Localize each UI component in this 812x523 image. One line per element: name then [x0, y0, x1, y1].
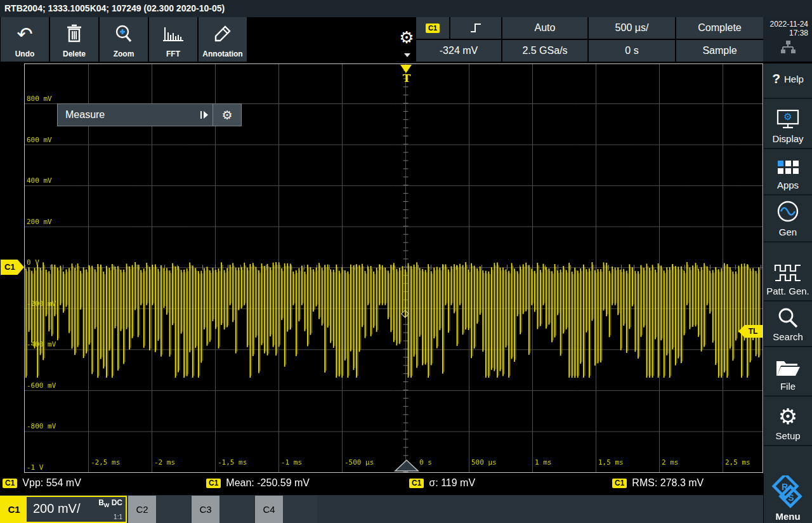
- sidebar-item-gen[interactable]: Gen: [764, 197, 812, 242]
- measurement-results-bar: C1 Vpp: 554 mV C1 Mean: -250.59 mV C1 σ:…: [0, 473, 763, 495]
- acquisition-mode-cell[interactable]: Sample: [676, 40, 763, 62]
- voltage-axis-label: -400 mV: [27, 340, 56, 348]
- apps-icon: [778, 161, 799, 174]
- svg-text:R: R: [782, 482, 788, 492]
- sidebar-item-search[interactable]: Search: [764, 303, 812, 347]
- measurement-vpp: C1 Vpp: 554 mV: [3, 477, 81, 489]
- voltage-axis-label: 200 mV: [27, 218, 52, 226]
- rohde-schwarz-logo: R S: [769, 475, 806, 511]
- sidebar-item-display[interactable]: ⚙ Display: [764, 100, 812, 149]
- channel4-tab[interactable]: C4: [255, 496, 317, 523]
- network-icon: [779, 39, 797, 55]
- measure-settings-gear-icon[interactable]: ⚙: [213, 104, 241, 126]
- pattern-generator-icon: [773, 263, 802, 282]
- setup-gear-icon: ⚙: [778, 405, 797, 428]
- measure-popup[interactable]: Measure ⚙: [57, 103, 242, 126]
- channel-bar: C1 200 mV/ BW DC 1:1 C2 C3 C4: [0, 495, 763, 523]
- channel2-label[interactable]: C2: [128, 496, 156, 523]
- channel4-label[interactable]: C4: [255, 496, 283, 523]
- sidebar-menu: ? Help ⚙ Display Apps Ge: [764, 63, 812, 523]
- sidebar-item-setup[interactable]: ⚙ Setup: [764, 398, 812, 446]
- time-axis-label: 500 µs: [471, 458, 497, 467]
- acquisition-state-cell[interactable]: Complete: [676, 17, 763, 39]
- zoom-magnifier-icon: [100, 21, 148, 46]
- pencil-icon: [199, 21, 247, 46]
- folder-icon: [775, 357, 801, 378]
- annotation-button[interactable]: Annotation: [199, 17, 247, 62]
- sidebar-item-file[interactable]: File: [764, 348, 812, 397]
- trigger-settings-gear-icon[interactable]: ⚙: [397, 28, 416, 48]
- channel1-probe-ratio: 1:1: [114, 513, 122, 520]
- channel1-offset-flag[interactable]: C1: [1, 260, 24, 275]
- channel3-info[interactable]: [219, 496, 254, 523]
- fft-button[interactable]: FFT: [149, 17, 197, 62]
- channel1-info[interactable]: 200 mV/ BW DC 1:1: [27, 497, 126, 522]
- zoom-button[interactable]: Zoom: [100, 17, 148, 62]
- voltage-axis-label: 800 mV: [27, 95, 52, 103]
- fft-spectrum-icon: [149, 21, 197, 46]
- expand-icon[interactable]: [196, 104, 213, 126]
- time-axis-label: 2 ms: [662, 458, 679, 467]
- oscilloscope-screen: RTB2004; 1333.1005K04; 107249 (02.300 20…: [0, 0, 812, 523]
- time-axis-label: 1,5 ms: [598, 458, 624, 467]
- voltage-axis-label: 400 mV: [27, 176, 52, 185]
- measure-popup-label: Measure: [58, 104, 196, 126]
- sample-rate-cell[interactable]: 2.5 GSa/s: [502, 40, 587, 62]
- delete-button[interactable]: Delete: [50, 17, 98, 62]
- channel1-tab[interactable]: C1 200 mV/ BW DC 1:1: [0, 496, 127, 523]
- time-axis-label: 2,5 ms: [725, 458, 750, 467]
- channel-badge: C1: [426, 23, 440, 33]
- date-label: 2022-11-24: [763, 20, 808, 29]
- time-axis-label: -2,5 ms: [91, 458, 120, 467]
- sidebar-item-pattern-generator[interactable]: Patt. Gen.: [764, 244, 812, 301]
- time-axis-label: 0 s: [419, 458, 432, 467]
- voltage-axis-label: -600 mV: [27, 381, 56, 390]
- trigger-slope-cell[interactable]: [450, 17, 501, 39]
- time-axis-label: 1 ms: [535, 458, 552, 467]
- time-axis-label: -500 µs: [344, 458, 374, 467]
- measurement-sigma: C1 σ: 119 mV: [409, 477, 475, 489]
- channel1-scale: 200 mV/: [33, 501, 80, 516]
- undo-button[interactable]: ↶ Undo: [1, 17, 49, 62]
- voltage-axis-label: -800 mV: [27, 422, 56, 430]
- help-icon: ?: [772, 71, 780, 86]
- time-axis-label: -1 ms: [281, 458, 302, 467]
- chevron-down-icon: [404, 53, 410, 57]
- sidebar-item-menu[interactable]: R S Menu: [764, 473, 812, 523]
- measurement-mean: C1 Mean: -250.59 mV: [206, 477, 310, 489]
- time-axis-label: -1,5 ms: [218, 458, 247, 467]
- channel2-info[interactable]: [156, 496, 190, 523]
- channel1-bandwidth-coupling: BW DC: [98, 498, 122, 508]
- voltage-axis-label: -200 mV: [27, 300, 56, 308]
- voltage-axis-label: 0 V: [27, 258, 39, 267]
- trigger-time-marker[interactable]: [394, 460, 419, 472]
- status-bar: C1 Auto 500 µs/ Complete -324 mV 2.5: [416, 17, 763, 62]
- channel2-tab[interactable]: C2: [128, 496, 190, 523]
- undo-icon: ↶: [1, 21, 49, 46]
- sidebar-item-apps[interactable]: Apps: [764, 150, 812, 195]
- channel3-label[interactable]: C3: [192, 496, 219, 523]
- trigger-level-cell[interactable]: -324 mV: [416, 40, 501, 62]
- svg-text:S: S: [788, 493, 794, 503]
- channel3-tab[interactable]: C3: [192, 496, 254, 523]
- titlebar: RTB2004; 1333.1005K04; 107249 (02.300 20…: [0, 0, 812, 17]
- svg-text:⚙: ⚙: [783, 111, 792, 122]
- channel4-info[interactable]: [283, 496, 317, 523]
- device-title: RTB2004; 1333.1005K04; 107249 (02.300 20…: [4, 3, 225, 13]
- search-icon: [776, 307, 799, 329]
- measurement-rms: C1 RMS: 278.3 mV: [612, 477, 704, 489]
- channel1-label[interactable]: C1: [1, 497, 27, 522]
- timebase-cell[interactable]: 500 µs/: [589, 17, 675, 39]
- time-axis-label: -2 ms: [154, 458, 175, 467]
- horizontal-position-cell[interactable]: 0 s: [589, 40, 675, 62]
- trash-icon: [50, 21, 98, 46]
- voltage-axis-label: -1 V: [27, 463, 44, 472]
- time-label: 17:38: [763, 29, 808, 37]
- sidebar-item-help[interactable]: ? Help: [764, 63, 812, 99]
- generator-icon: [775, 199, 801, 224]
- trigger-position-letter: T: [401, 72, 412, 84]
- rising-edge-icon: [469, 22, 482, 34]
- display-icon: ⚙: [776, 109, 800, 129]
- trigger-source-cell[interactable]: C1: [416, 17, 449, 39]
- trigger-mode-cell[interactable]: Auto: [502, 17, 587, 39]
